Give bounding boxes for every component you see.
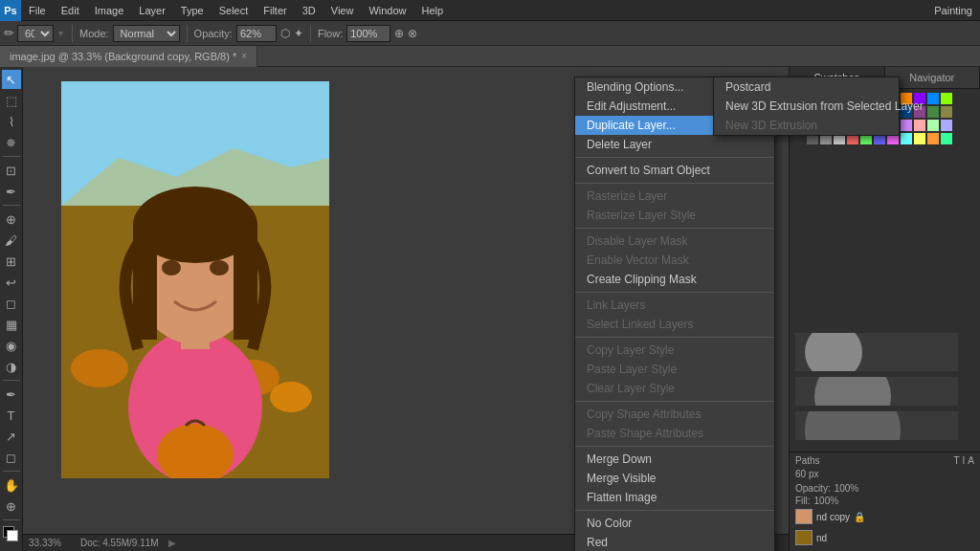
swatch[interactable] <box>914 120 925 131</box>
tab-close-button[interactable]: × <box>241 46 247 67</box>
brush-size-dropdown[interactable]: 60 <box>17 25 54 42</box>
ctx-delete-layer[interactable]: Delete Layer <box>575 135 774 154</box>
swatch[interactable] <box>927 120 939 131</box>
ctx-sep-8 <box>575 510 774 511</box>
photo-canvas <box>61 81 329 478</box>
menu-help[interactable]: Help <box>414 0 452 21</box>
healing-brush-tool[interactable]: ⊕ <box>2 209 21 229</box>
sec-new-3d-extrusion-selected[interactable]: New 3D Extrusion from Selected Layer <box>714 97 899 116</box>
right-panel: Swatches Navigator Paths T I <box>789 67 980 551</box>
eyedropper-tool[interactable]: ✒ <box>2 182 21 201</box>
ctx-red[interactable]: Red <box>575 533 774 551</box>
move-tool[interactable]: ↖ <box>2 70 21 89</box>
ctx-select-linked-layers: Select Linked Layers <box>575 315 774 334</box>
swatch[interactable] <box>941 93 952 104</box>
menu-view[interactable]: View <box>323 0 362 21</box>
tab-bar: image.jpg @ 33.3% (Background copy, RGB/… <box>0 46 980 67</box>
swatch[interactable] <box>914 133 925 144</box>
ctx-create-clipping-mask[interactable]: Create Clipping Mask <box>575 270 774 289</box>
mode-dropdown[interactable]: Normal <box>113 25 180 42</box>
ctx-paste-layer-style: Paste Layer Style <box>575 360 774 379</box>
layer-name-1: nd copy <box>816 512 850 522</box>
opacity-row: Opacity: 100% <box>795 483 974 494</box>
paths-text-icon: T <box>953 455 959 466</box>
color-swatches[interactable] <box>3 526 20 543</box>
mode-label: Mode: <box>79 28 109 39</box>
opacity-input[interactable] <box>236 25 277 42</box>
path-selection-tool[interactable]: ↗ <box>2 427 21 446</box>
brush-preview-2 <box>795 377 958 406</box>
hand-tool[interactable]: ✋ <box>2 475 21 495</box>
zoom-tool[interactable]: ⊕ <box>2 496 21 516</box>
ctx-sep-5 <box>575 337 774 338</box>
clone-stamp-tool[interactable]: ⊞ <box>2 252 21 271</box>
swatch[interactable] <box>927 106 939 118</box>
shape-tool[interactable]: ◻ <box>2 448 21 467</box>
layer-item-2[interactable]: nd <box>795 527 974 548</box>
ctx-sep-2 <box>575 183 774 184</box>
pen-tool[interactable]: ✒ <box>2 385 21 404</box>
menu-file[interactable]: File <box>21 0 54 21</box>
swatch[interactable] <box>927 133 939 144</box>
document-tab[interactable]: image.jpg @ 33.3% (Background copy, RGB/… <box>0 46 257 67</box>
menu-image[interactable]: Image <box>87 0 132 21</box>
ctx-merge-down[interactable]: Merge Down <box>575 450 774 469</box>
swatch[interactable] <box>941 120 952 131</box>
svg-point-3 <box>71 349 128 387</box>
dodge-tool[interactable]: ◑ <box>2 357 21 376</box>
ctx-convert-smart-object[interactable]: Convert to Smart Object <box>575 161 774 180</box>
lasso-tool[interactable]: ⌇ <box>2 112 21 131</box>
gradient-tool[interactable]: ▦ <box>2 315 21 334</box>
opacity-panel-label: Opacity: <box>795 483 831 494</box>
doc-info: Doc: 4.55M/9.11M <box>80 538 159 548</box>
main-area: ↖ ⬚ ⌇ ✵ ⊡ ✒ ⊕ 🖌 ⊞ ↩ ◻ ▦ ◉ ◑ ✒ T ↗ ◻ ✋ ⊕ <box>0 67 980 551</box>
ctx-sep-7 <box>575 446 774 447</box>
menu-edit[interactable]: Edit <box>54 0 87 21</box>
flow-icon: ⊕ <box>394 27 404 40</box>
marquee-tool[interactable]: ⬚ <box>2 91 21 110</box>
brush-preview-1 <box>795 333 958 371</box>
svg-point-6 <box>270 382 312 412</box>
menu-type[interactable]: Type <box>173 0 212 21</box>
ctx-disable-layer-mask: Disable Layer Mask <box>575 231 774 251</box>
sec-postcard[interactable]: Postcard <box>714 77 899 97</box>
blur-tool[interactable]: ◉ <box>2 336 21 355</box>
swatch[interactable] <box>941 106 952 118</box>
menu-select[interactable]: Select <box>212 0 256 21</box>
flow-input[interactable] <box>346 25 390 42</box>
magic-wand-tool[interactable]: ✵ <box>2 133 21 152</box>
layer-item-1[interactable]: nd copy 🔒 <box>795 506 974 527</box>
svg-point-13 <box>162 260 181 276</box>
eraser-tool[interactable]: ◻ <box>2 294 21 313</box>
crop-tool[interactable]: ⊡ <box>2 161 21 180</box>
app-icon: Ps <box>0 0 21 21</box>
paths-label: Paths <box>795 455 820 466</box>
swatch[interactable] <box>927 93 939 104</box>
paths-panel: Paths T I A 60 px Opacity: 100% Fill: 10… <box>790 452 980 551</box>
paths-icon2: A <box>968 455 974 466</box>
swatch[interactable] <box>901 133 912 144</box>
zoom-level: 33.33% <box>29 538 61 548</box>
ctx-link-layers: Link Layers <box>575 296 774 315</box>
menu-3d[interactable]: 3D <box>295 0 323 21</box>
ctx-sep-1 <box>575 157 774 158</box>
brush-tool[interactable]: 🖌 <box>2 231 21 250</box>
menu-window[interactable]: Window <box>361 0 413 21</box>
menu-layer[interactable]: Layer <box>131 0 173 21</box>
layer-thumbnail-2 <box>795 530 813 545</box>
sec-new-3d-extrusion: New 3D Extrusion <box>714 116 899 135</box>
ctx-sep-3 <box>575 228 774 229</box>
secondary-menu: Postcard New 3D Extrusion from Selected … <box>713 77 900 136</box>
size-label: 60 px <box>795 469 818 479</box>
type-tool[interactable]: T <box>2 406 21 425</box>
layer-thumbnail-1 <box>795 509 813 524</box>
history-brush-tool[interactable]: ↩ <box>2 273 21 292</box>
ctx-clear-layer-style: Clear Layer Style <box>575 379 774 398</box>
arrow-icon: ▶ <box>168 538 176 548</box>
ctx-flatten-image[interactable]: Flatten Image <box>575 488 774 507</box>
menu-filter[interactable]: Filter <box>256 0 294 21</box>
swatch[interactable] <box>901 120 912 131</box>
ctx-merge-visible[interactable]: Merge Visible <box>575 469 774 488</box>
ctx-no-color[interactable]: No Color <box>575 514 774 533</box>
swatch[interactable] <box>941 133 952 144</box>
